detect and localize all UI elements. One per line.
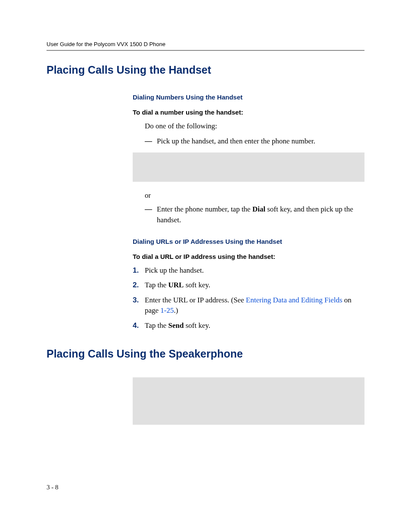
cross-ref-link[interactable]: Entering Data and Editing Fields (246, 296, 342, 304)
bold-send: Send (168, 321, 184, 330)
step-3: 3. Enter the URL or IP address. (See Ent… (133, 295, 364, 316)
note-placeholder-box (133, 377, 364, 425)
intro-text: Do one of the following: (145, 121, 364, 132)
text-fragment: soft key. (184, 321, 210, 330)
step-number: 1. (133, 265, 145, 276)
text-fragment: Enter the phone number, tap the (157, 205, 252, 213)
step-2: 2. Tap the URL soft key. (133, 280, 364, 291)
text-fragment: soft key. (184, 281, 210, 289)
subheading-dial-numbers: Dialing Numbers Using the Handset (133, 93, 364, 101)
text-fragment: Tap the (145, 321, 168, 330)
section-heading-handset: Placing Calls Using the Handset (47, 64, 364, 76)
em-dash-icon: — (145, 136, 157, 147)
step-number: 2. (133, 280, 145, 291)
subheading-dial-urls: Dialing URLs or IP Addresses Using the H… (133, 238, 364, 245)
bullet-text: Enter the phone number, tap the Dial sof… (157, 204, 364, 225)
step-number: 4. (133, 320, 145, 331)
dash-bullet-2: — Enter the phone number, tap the Dial s… (145, 204, 364, 225)
step-text: Tap the Send soft key. (145, 320, 364, 331)
note-placeholder-box (133, 152, 364, 182)
running-header: User Guide for the Polycom VVX 1500 D Ph… (47, 41, 364, 47)
step-text: Enter the URL or IP address. (See Enteri… (145, 295, 364, 316)
em-dash-icon: — (145, 204, 157, 225)
content-block-1: Dialing Numbers Using the Handset To dia… (133, 93, 364, 331)
header-rule (47, 50, 364, 51)
text-fragment: Enter the URL or IP address. (See (145, 296, 246, 304)
bold-dial: Dial (252, 205, 265, 213)
bold-url: URL (168, 281, 184, 289)
page: User Guide for the Polycom VVX 1500 D Ph… (0, 0, 411, 532)
page-number: 3 - 8 (47, 484, 59, 491)
lead-dial-number: To dial a number using the handset: (133, 109, 364, 116)
lead-dial-url: To dial a URL or IP address using the ha… (133, 253, 364, 260)
section-heading-speakerphone: Placing Calls Using the Speakerphone (47, 348, 364, 360)
dash-bullet-1: — Pick up the handset, and then enter th… (145, 136, 364, 147)
step-1: 1. Pick up the handset. (133, 265, 364, 276)
or-text: or (145, 191, 364, 200)
page-ref-link[interactable]: 1-25 (160, 306, 174, 314)
content-block-2 (133, 377, 364, 425)
step-text: Pick up the handset. (145, 265, 364, 276)
step-number: 3. (133, 295, 145, 316)
text-fragment: Tap the (145, 281, 168, 289)
step-4: 4. Tap the Send soft key. (133, 320, 364, 331)
text-fragment: .) (174, 306, 178, 314)
bullet-text: Pick up the handset, and then enter the … (157, 136, 364, 147)
step-text: Tap the URL soft key. (145, 280, 364, 291)
